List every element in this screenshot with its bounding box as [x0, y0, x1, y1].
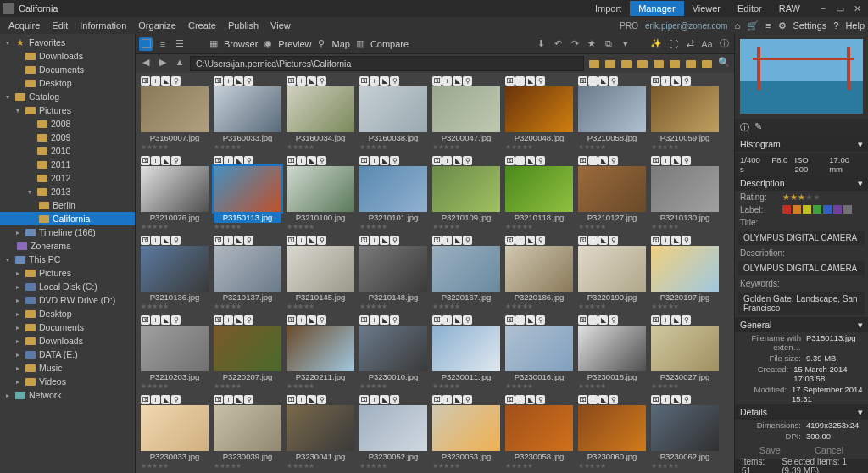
info-icon[interactable]: ⓘ	[717, 37, 731, 51]
thumbnail[interactable]: ⚿ i ◣ ⚲ P3230039.jpg ★★★★★	[214, 395, 281, 470]
subtab-preview[interactable]: ◉	[261, 37, 275, 51]
home-icon[interactable]: ⌂	[734, 20, 740, 31]
color-label[interactable]	[843, 205, 852, 214]
tree-timeline[interactable]: ▸Timeline (166)	[0, 225, 135, 239]
tree-year[interactable]: 2010	[0, 144, 135, 158]
tree-network[interactable]: ▸Network	[0, 388, 135, 402]
help-icon[interactable]: ?	[833, 20, 838, 31]
color-label[interactable]	[823, 205, 832, 214]
thumbnail[interactable]: ⚿ i ◣ ⚲ P3230010.jpg ★★★★★	[359, 315, 427, 390]
tree-favorites[interactable]: ▾★Favorites	[0, 36, 135, 49]
color-label[interactable]	[803, 205, 811, 214]
menu-view[interactable]: View	[265, 19, 296, 32]
tree-fav-item[interactable]: Desktop	[0, 76, 135, 90]
thumbnail[interactable]: ⚿ i ◣ ⚲ P3220207.jpg ★★★★★	[214, 315, 281, 390]
color-label[interactable]	[833, 205, 842, 214]
thumbnail[interactable]: ⚿ i ◣ ⚲ P3230016.jpg ★★★★★	[505, 315, 573, 390]
tree-california[interactable]: California	[0, 212, 135, 225]
thumbnail[interactable]: ⚿ i ◣ ⚲ P3220190.jpg ★★★★★	[578, 236, 646, 310]
subtab-browser-label[interactable]: Browser	[224, 39, 258, 49]
general-header[interactable]: General▾	[735, 317, 868, 332]
account-email[interactable]: erik.piper@zoner.com	[645, 21, 727, 31]
settings-label[interactable]: Settings	[793, 20, 827, 31]
list-view-icon[interactable]: ≡	[156, 37, 170, 51]
tree-fav-item[interactable]: Documents	[0, 63, 135, 76]
minimize-icon[interactable]: −	[815, 3, 831, 14]
tree-berlin[interactable]: Berlin	[0, 198, 135, 212]
thumbnail[interactable]: ⚿ i ◣ ⚲ P3150113.jpg ★★★★★	[214, 156, 281, 231]
quick-fix-icon[interactable]: ✨	[649, 37, 663, 51]
thumbnail[interactable]: ⚿ i ◣ ⚲ P3230033.jpg ★★★★★	[141, 395, 209, 470]
path-input[interactable]	[190, 56, 584, 71]
maximize-icon[interactable]: ▭	[832, 3, 848, 14]
tree-year[interactable]: 2012	[0, 171, 135, 185]
histogram-header[interactable]: Histogram▾	[735, 136, 868, 152]
nav-up-icon[interactable]: ▲	[173, 57, 186, 70]
tree-pc-item[interactable]: ▸Documents	[0, 320, 135, 334]
thumbnail[interactable]: ⚿ i ◣ ⚲ P3210203.jpg ★★★★★	[141, 315, 209, 390]
tree-pc-item[interactable]: ▸DVD RW Drive (D:)	[0, 293, 135, 307]
tree-thispc[interactable]: ▾This PC	[0, 253, 135, 266]
save-button[interactable]: Save	[760, 445, 781, 455]
resize-icon[interactable]: ⛶	[666, 37, 680, 51]
cart-icon[interactable]: 🛒	[747, 20, 759, 31]
thumbnail[interactable]: ⚿ i ◣ ⚲ P3210148.jpg ★★★★★	[359, 236, 427, 310]
thumbnail[interactable]: ⚿ i ◣ ⚲ P3230041.jpg ★★★★★	[287, 395, 354, 470]
rename-icon[interactable]: Aa	[700, 37, 714, 51]
gear-icon[interactable]: ⚙	[778, 20, 787, 31]
tree-pc-item[interactable]: ▸Downloads	[0, 334, 135, 348]
thumbnail[interactable]: ⚿ i ◣ ⚲ P3230053.jpg ★★★★★	[432, 395, 500, 470]
tree-year[interactable]: 2008	[0, 117, 135, 131]
tree-pc-item[interactable]: ▸Pictures	[0, 266, 135, 280]
edit-info-icon[interactable]: ✎	[754, 121, 762, 134]
thumbnail[interactable]: ⚿ i ◣ ⚲ P3230062.jpg ★★★★★	[651, 395, 719, 470]
thumbnail[interactable]: ⚿ i ◣ ⚲ P3210101.jpg ★★★★★	[359, 156, 427, 231]
thumbnail[interactable]: ⚿ i ◣ ⚲ P3230027.jpg ★★★★★	[651, 315, 719, 390]
subtab-compare[interactable]: ▥	[353, 37, 367, 51]
menu-organize[interactable]: Organize	[133, 19, 181, 32]
color-label[interactable]	[813, 205, 821, 214]
details-view-icon[interactable]: ☰	[173, 37, 186, 51]
tab-raw[interactable]: RAW	[771, 1, 809, 16]
menu-publish[interactable]: Publish	[223, 19, 264, 32]
thumbnail[interactable]: ⚿ i ◣ ⚲ P3220197.jpg ★★★★★	[651, 236, 719, 310]
tree-year[interactable]: ▾2013	[0, 185, 135, 198]
thumbnail[interactable]: ⚿ i ◣ ⚲ P3230052.jpg ★★★★★	[359, 395, 427, 470]
tree-pictures[interactable]: ▾Pictures	[0, 103, 135, 117]
subtab-compare-label[interactable]: Compare	[370, 39, 409, 49]
menu-edit[interactable]: Edit	[47, 19, 73, 32]
cancel-button[interactable]: Cancel	[815, 445, 843, 455]
rating-stars[interactable]: ★★★★★	[782, 192, 863, 202]
thumbnail[interactable]: ⚿ i ◣ ⚲ P3230011.jpg ★★★★★	[432, 315, 500, 390]
tree-pc-item[interactable]: ▸Music	[0, 361, 135, 375]
thumbnail[interactable]: ⚿ i ◣ ⚲ P3210058.jpg ★★★★★	[578, 76, 646, 151]
keywords-field[interactable]: Golden Gate, Landscape, San Francisco	[738, 292, 865, 315]
thumbnail[interactable]: ⚿ i ◣ ⚲ P3210130.jpg ★★★★★	[651, 156, 719, 231]
color-label[interactable]	[793, 205, 801, 214]
subtab-browser[interactable]: ▦	[207, 37, 220, 51]
subtab-preview-label[interactable]: Preview	[278, 39, 311, 49]
subtab-map-label[interactable]: Map	[331, 39, 349, 49]
close-icon[interactable]: ✕	[849, 3, 865, 14]
tab-viewer[interactable]: Viewer	[684, 1, 729, 16]
thumbnail[interactable]: ⚿ i ◣ ⚲ P3210137.jpg ★★★★★	[214, 236, 281, 310]
thumbnail[interactable]: ⚿ i ◣ ⚲ P3160034.jpg ★★★★★	[287, 76, 354, 151]
rotate-right-icon[interactable]: ↷	[568, 37, 581, 51]
folder-shortcut-icon[interactable]	[684, 57, 698, 70]
menu-information[interactable]: Information	[75, 19, 131, 32]
tree-pc-item[interactable]: ▸Videos	[0, 375, 135, 388]
folder-shortcut-icon[interactable]	[604, 57, 617, 70]
info-icon[interactable]: ⓘ	[740, 121, 749, 134]
description-header[interactable]: Description▾	[735, 175, 868, 191]
search-icon[interactable]: 🔍	[717, 57, 731, 70]
folder-shortcut-icon[interactable]	[636, 57, 649, 70]
thumbnail[interactable]: ⚿ i ◣ ⚲ P3210136.jpg ★★★★★	[141, 236, 209, 310]
filter-icon[interactable]: ▾	[619, 37, 632, 51]
folder-shortcut-icon[interactable]	[700, 57, 714, 70]
batch-icon[interactable]: ⧉	[602, 37, 615, 51]
menu-create[interactable]: Create	[183, 19, 221, 32]
rss-icon[interactable]: ≡	[765, 20, 771, 31]
favorite-icon[interactable]: ★	[585, 37, 598, 51]
nav-forward-icon[interactable]: ▶	[156, 57, 170, 70]
thumbnail[interactable]: ⚿ i ◣ ⚲ P3230018.jpg ★★★★★	[578, 315, 646, 390]
